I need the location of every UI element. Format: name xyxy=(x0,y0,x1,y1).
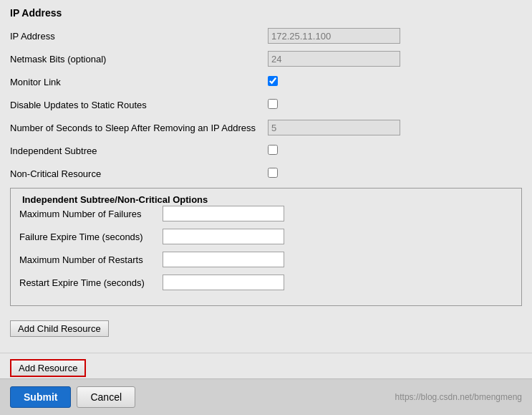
restart-expire-input[interactable] xyxy=(163,275,284,290)
independent-subtree-label: Independent Subtree xyxy=(10,146,268,156)
monitor-link-row: Monitor Link xyxy=(10,73,522,90)
netmask-label: Netmask Bits (optional) xyxy=(10,54,268,65)
disable-updates-checkbox[interactable] xyxy=(268,99,278,109)
disable-updates-row: Disable Updates to Static Routes xyxy=(10,96,522,113)
sleep-seconds-row: Number of Seconds to Sleep After Removin… xyxy=(10,119,522,136)
independent-subtree-checkbox[interactable] xyxy=(268,145,278,155)
max-failures-row: Maximum Number of Failures xyxy=(19,205,513,222)
max-failures-input[interactable] xyxy=(163,206,284,221)
bottom-bar: Submit Cancel https://blog.csdn.net/bmen… xyxy=(0,378,532,415)
sleep-seconds-input[interactable] xyxy=(268,120,400,135)
cancel-button[interactable]: Cancel xyxy=(77,386,135,408)
independent-subtree-row: Independent Subtree xyxy=(10,142,522,159)
bottom-url: https://blog.csdn.net/bmengmeng xyxy=(395,392,522,402)
add-resource-button[interactable]: Add Resource xyxy=(10,359,86,377)
add-resource-bar: Add Resource xyxy=(0,353,532,378)
bottom-actions: Submit Cancel xyxy=(10,386,135,408)
fieldset-legend: Independent Subtree/Non-Critical Options xyxy=(19,194,211,205)
monitor-link-label: Monitor Link xyxy=(10,77,268,87)
independent-subtree-options: Independent Subtree/Non-Critical Options… xyxy=(10,188,522,306)
ip-address-input[interactable] xyxy=(268,28,400,44)
restart-expire-row: Restart Expire Time (seconds) xyxy=(19,274,513,291)
netmask-input[interactable] xyxy=(268,51,400,67)
failure-expire-label: Failure Expire Time (seconds) xyxy=(19,232,163,242)
add-child-resource-button[interactable]: Add Child Resource xyxy=(10,320,109,337)
non-critical-checkbox[interactable] xyxy=(268,168,278,178)
restart-expire-label: Restart Expire Time (seconds) xyxy=(19,277,163,288)
main-scroll-area[interactable]: IP Address IP Address Netmask Bits (opti… xyxy=(0,0,532,378)
submit-button[interactable]: Submit xyxy=(10,386,71,408)
disable-updates-label: Disable Updates to Static Routes xyxy=(10,100,268,110)
max-restarts-input[interactable] xyxy=(163,252,284,267)
non-critical-label: Non-Critical Resource xyxy=(10,168,268,179)
non-critical-row: Non-Critical Resource xyxy=(10,165,522,182)
monitor-link-checkbox[interactable] xyxy=(268,76,278,86)
ip-address-label: IP Address xyxy=(10,31,268,42)
sleep-seconds-label: Number of Seconds to Sleep After Removin… xyxy=(10,123,268,133)
max-restarts-row: Maximum Number of Restarts xyxy=(19,251,513,268)
max-failures-label: Maximum Number of Failures xyxy=(19,209,163,219)
ip-address-row: IP Address xyxy=(10,27,522,44)
failure-expire-input[interactable] xyxy=(163,229,284,244)
form-area: IP Address Netmask Bits (optional) Monit… xyxy=(0,23,532,353)
netmask-row: Netmask Bits (optional) xyxy=(10,50,522,67)
max-restarts-label: Maximum Number of Restarts xyxy=(19,254,163,265)
failure-expire-row: Failure Expire Time (seconds) xyxy=(19,228,513,245)
section-title: IP Address xyxy=(0,0,532,23)
